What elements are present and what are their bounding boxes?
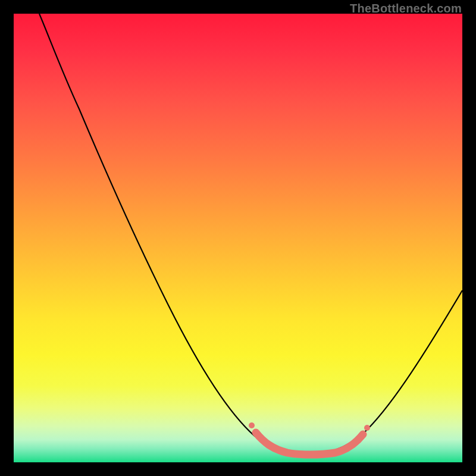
plot-area <box>14 14 462 462</box>
bottleneck-curve-path <box>39 14 462 454</box>
plateau-dot-right <box>364 425 370 431</box>
chart-stage: TheBottleneck.com <box>0 0 476 476</box>
plateau-highlight-path <box>256 433 363 455</box>
curve-svg <box>14 14 462 462</box>
plateau-dot-left <box>249 422 255 428</box>
